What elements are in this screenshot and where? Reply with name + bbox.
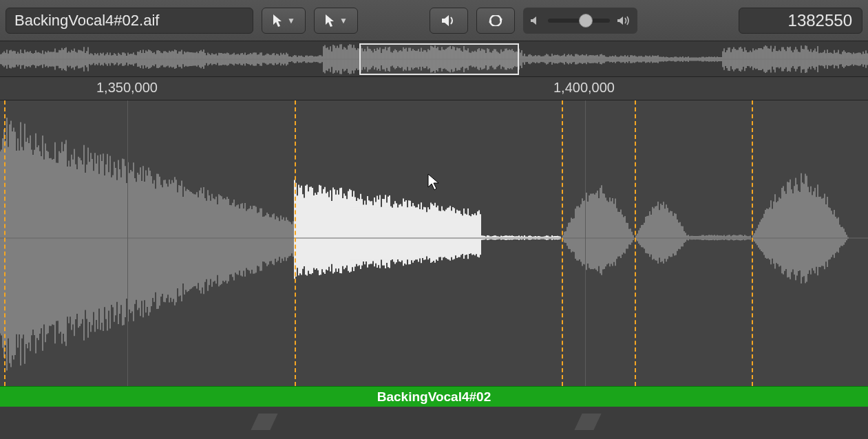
speaker-high-icon xyxy=(617,16,631,25)
region-label: BackingVocal4#02 xyxy=(377,389,491,405)
timeline-ruler[interactable]: 1,350,0001,400,000 xyxy=(0,77,868,100)
filename-text: BackingVocal4#02.aif xyxy=(14,12,159,30)
speaker-low-icon xyxy=(530,16,541,25)
gridline xyxy=(585,100,586,386)
filename-field[interactable]: BackingVocal4#02.aif xyxy=(6,8,253,34)
position-value: 1382550 xyxy=(788,11,852,30)
gridline xyxy=(127,100,128,386)
footer-decoration xyxy=(251,414,277,430)
toolbar: BackingVocal4#02.aif ▼ ▼ xyxy=(0,0,868,41)
speaker-icon xyxy=(441,14,456,27)
pointer-tool-right[interactable]: ▼ xyxy=(314,8,358,34)
overview-waveform[interactable] xyxy=(0,41,868,77)
transient-marker[interactable] xyxy=(635,100,636,386)
volume-slider-thumb[interactable] xyxy=(579,14,593,28)
loop-icon xyxy=(487,15,504,26)
main-waveform-area[interactable] xyxy=(0,100,868,386)
region-bar[interactable]: BackingVocal4#02 xyxy=(0,386,868,407)
chevron-down-icon: ▼ xyxy=(339,16,348,25)
transient-marker[interactable] xyxy=(752,100,753,386)
ruler-label: 1,350,000 xyxy=(96,80,158,96)
pointer-icon xyxy=(272,14,283,28)
preview-audio-button[interactable] xyxy=(430,8,468,34)
footer-decoration xyxy=(574,414,601,430)
chevron-down-icon: ▼ xyxy=(287,16,295,25)
transient-marker[interactable] xyxy=(4,100,6,386)
transient-marker[interactable] xyxy=(295,100,296,386)
main-waveform-svg xyxy=(0,100,868,386)
transient-marker[interactable] xyxy=(562,100,563,386)
volume-control xyxy=(523,8,637,34)
overview-viewport-box[interactable] xyxy=(359,43,519,75)
playhead-position-readout[interactable]: 1382550 xyxy=(739,8,862,34)
pointer-icon xyxy=(324,14,335,28)
pointer-tool-left[interactable]: ▼ xyxy=(262,8,306,34)
cycle-loop-button[interactable] xyxy=(476,8,515,34)
footer xyxy=(0,407,868,439)
volume-slider-track[interactable] xyxy=(548,19,610,23)
ruler-label: 1,400,000 xyxy=(553,80,615,96)
